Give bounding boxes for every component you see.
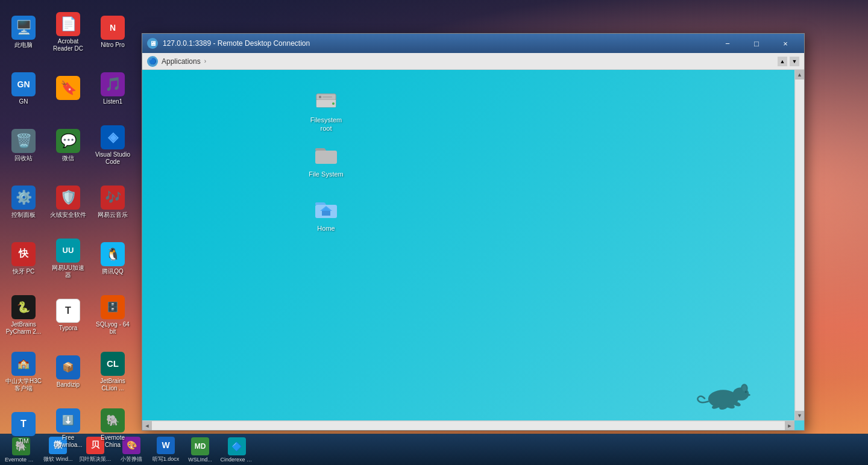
desktop-icon-huocheng-label: 火绒安全软件 — [50, 211, 86, 219]
taskbar-item-evernote-label: Evernote China — [5, 457, 37, 463]
desktop-icon-control[interactable]: ⚙️ 控制面板 — [2, 175, 45, 229]
desktop-icon-bandizip[interactable]: 📦 Bandizip — [47, 345, 89, 399]
desktop-icon-thispc-label: 此电脑 — [14, 42, 33, 49]
rdp-icon-file-system-label: File System — [309, 170, 343, 178]
desktop-icon-sqlyog-label: SQLyog - 64 bit — [94, 321, 131, 335]
desktop-icon-wechat-label: 微信 — [62, 155, 74, 162]
taskbar-item-wslind-label: WSLInd... — [188, 457, 212, 463]
rdp-appbar-arrow: › — [204, 58, 206, 64]
taskbar-item-cinderella[interactable]: 🔷 Cinderexe - ... — [218, 435, 256, 464]
scroll-left-arrow[interactable]: ◄ — [142, 421, 152, 431]
desktop-icon-clion[interactable]: CL JetBrains CLion ... — [92, 345, 134, 399]
rdp-appbar: 🔵 Applications › ▲ ▼ — [142, 53, 804, 70]
rdp-scrollbar-vertical: ▲ ▼ — [794, 70, 804, 420]
svg-rect-3 — [322, 96, 332, 98]
taskbar-item-baiyeshu-label: 贝叶斯决策论 Shor... — [79, 455, 112, 463]
rdp-content: Filesystem root File System — [142, 70, 804, 430]
desktop-icon-clion-label: JetBrains CLion ... — [94, 378, 131, 392]
desktop: 🖥️ 此电脑 📄 Acrobat Reader DC N Nitro Pro G… — [0, 0, 868, 465]
rdp-title: 127.0.0.1:3389 - Remote Desktop Connecti… — [163, 39, 709, 48]
desktop-icon-tim-label: TIM — [18, 438, 28, 445]
desktop-icon-thispc[interactable]: 🖥️ 此电脑 — [2, 5, 45, 59]
desktop-icon-acrobat[interactable]: 📄 Acrobat Reader DC — [47, 5, 89, 59]
scroll-up-arrow[interactable]: ▲ — [795, 70, 805, 80]
svg-point-14 — [747, 394, 750, 396]
desktop-icon-zhongshan[interactable]: 🏫 中山大学H3C客户端 — [2, 345, 45, 399]
desktop-icon-recycle-label: 回收站 — [14, 155, 33, 162]
taskbar-item-weixin-label: 微软 Wind... — [43, 455, 73, 463]
desktop-icon-grid: 🖥️ 此电脑 📄 Acrobat Reader DC N Nitro Pro G… — [0, 0, 139, 434]
desktop-icon-typora[interactable]: T Typora — [47, 288, 89, 342]
rdp-window: 🖥 127.0.0.1:3389 - Remote Desktop Connec… — [142, 33, 805, 431]
svg-rect-2 — [319, 96, 321, 98]
taskbar-item-cinderella-label: Cinderexe - ... — [221, 457, 253, 463]
rdp-scroll-down[interactable]: ▼ — [790, 57, 799, 66]
desktop-icon-sqlyog[interactable]: 🗄️ SQLyog - 64 bit — [92, 288, 134, 342]
desktop-icon-pycharm-label: JetBrains PyCharm 2... — [5, 321, 42, 335]
desktop-icon-evernote[interactable]: 🐘 Evernote China — [92, 401, 134, 455]
taskbar-item-ps-label: 小苦挣描 — [121, 455, 142, 463]
rdp-scrollbar-horizontal: ◄ ► — [142, 420, 794, 430]
desktop-icon-uu[interactable]: UU 网易UU加速器 — [47, 231, 89, 286]
desktop-icon-listen1-label: Listen1 — [103, 98, 122, 105]
svg-point-13 — [743, 385, 747, 392]
rdp-icon-filesystem-root-label: Filesystem root — [304, 116, 348, 133]
desktop-icon-nitro-label: Nitro Pro — [101, 42, 124, 49]
desktop-icon-acrobat-label: Acrobat Reader DC — [49, 38, 87, 52]
rdp-icon-filesystem-root[interactable]: Filesystem root — [302, 82, 350, 136]
rdp-logo: 🖥 — [147, 38, 158, 49]
close-button[interactable]: × — [772, 34, 799, 52]
rat-silhouette — [696, 376, 756, 412]
maximize-button[interactable]: □ — [743, 34, 770, 52]
desktop-icon-qq-label: 腾讯QQ — [102, 268, 124, 275]
rdp-scroll-up[interactable]: ▲ — [778, 57, 787, 66]
taskbar-item-wslind[interactable]: MD WSLInd... — [184, 435, 217, 464]
window-controls: − □ × — [714, 34, 799, 52]
rdp-app-logo: 🔵 — [147, 56, 158, 67]
rdp-icon-filesystem-root-img — [312, 84, 341, 113]
desktop-icon-bookmark[interactable]: 🔖 — [47, 61, 89, 116]
rdp-appbar-scrollcontrols: ▲ ▼ — [778, 57, 799, 66]
taskbar-item-word-label: 听写1.docx — [153, 455, 180, 463]
desktop-icon-netease-music-label: 网易云音乐 — [98, 211, 128, 219]
desktop-icon-pycharm[interactable]: 🐍 JetBrains PyCharm 2... — [2, 288, 45, 342]
desktop-icon-kuya-label: 快牙 PC — [13, 268, 35, 275]
rdp-titlebar: 🖥 127.0.0.1:3389 - Remote Desktop Connec… — [142, 34, 804, 53]
rdp-icon-home[interactable]: Home — [302, 190, 350, 235]
svg-rect-6 — [315, 151, 337, 164]
minimize-button[interactable]: − — [714, 34, 741, 52]
desktop-icon-kuya[interactable]: 快 快牙 PC — [2, 231, 45, 286]
desktop-icon-nitro[interactable]: N Nitro Pro — [92, 5, 134, 59]
taskbar-item-word[interactable]: W 听写1.docx — [149, 435, 183, 464]
desktop-icon-control-label: 控制面板 — [11, 211, 36, 219]
desktop-icon-wechat[interactable]: 💬 微信 — [47, 118, 89, 172]
desktop-icon-huocheng[interactable]: 🛡️ 火绒安全软件 — [47, 175, 89, 229]
desktop-icon-evernote-label: Evernote China — [94, 434, 131, 449]
desktop-icon-freedl-label: Free Downloa... — [49, 434, 87, 449]
desktop-icon-tim[interactable]: T TIM — [2, 401, 45, 455]
desktop-icon-typora-label: Typora — [59, 325, 78, 332]
desktop-icon-listen1[interactable]: 🎵 Listen1 — [92, 61, 134, 116]
desktop-icon-gn1[interactable]: GN GN — [2, 61, 45, 116]
scroll-down-arrow[interactable]: ▼ — [795, 411, 805, 420]
desktop-icon-netease-music[interactable]: 🎶 网易云音乐 — [92, 175, 134, 229]
desktop-icon-freedl[interactable]: ⬇️ Free Downloa... — [47, 401, 89, 455]
desktop-icon-recycle[interactable]: 🗑️ 回收站 — [2, 118, 45, 172]
desktop-icon-zhongshan-label: 中山大学H3C客户端 — [5, 378, 42, 392]
scroll-right-arrow[interactable]: ► — [785, 421, 794, 431]
desktop-icon-vscode-label: Visual Studio Code — [94, 151, 131, 166]
desktop-icon-bandizip-label: Bandizip — [57, 381, 80, 389]
rdp-icon-file-system-img — [312, 139, 341, 167]
svg-point-15 — [745, 391, 747, 393]
desktop-icon-qq[interactable]: 🐧 腾讯QQ — [92, 231, 134, 286]
desktop-icon-vscode[interactable]: ◈ Visual Studio Code — [92, 118, 134, 172]
rdp-appbar-label: Applications — [162, 57, 201, 66]
rdp-icon-home-label: Home — [317, 224, 335, 232]
rdp-icon-file-system[interactable]: File System — [302, 136, 350, 181]
svg-point-5 — [332, 102, 335, 105]
desktop-icon-uu-label: 网易UU加速器 — [49, 264, 87, 279]
desktop-icon-gn1-label: GN — [19, 98, 28, 105]
rdp-icon-home-img — [312, 193, 341, 222]
